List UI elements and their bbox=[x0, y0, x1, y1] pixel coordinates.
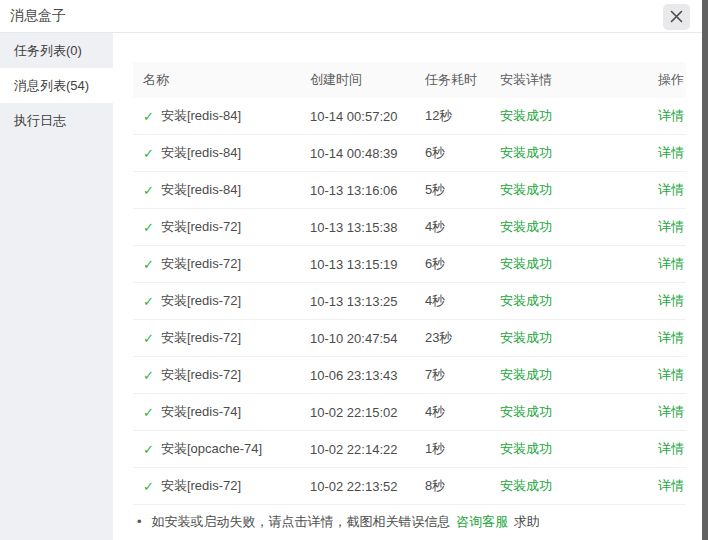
created-time: 10-14 00:57:20 bbox=[300, 109, 415, 124]
table-row: ✓ 安装[redis-74] 10-02 22:15:02 4秒 安装成功 详情 bbox=[133, 394, 686, 431]
dialog-titlebar: 消息盒子 bbox=[0, 0, 702, 33]
task-duration: 5秒 bbox=[415, 181, 490, 199]
table-row: ✓ 安装[redis-72] 10-13 13:13:25 4秒 安装成功 详情 bbox=[133, 283, 686, 320]
created-time: 10-13 13:15:19 bbox=[300, 257, 415, 272]
created-time: 10-02 22:13:52 bbox=[300, 479, 415, 494]
dialog-title: 消息盒子 bbox=[10, 7, 66, 25]
task-duration: 6秒 bbox=[415, 255, 490, 273]
table-header: 名称 创建时间 任务耗时 安装详情 操作 bbox=[133, 62, 686, 98]
details-link[interactable]: 详情 bbox=[658, 478, 684, 493]
success-check-icon: ✓ bbox=[143, 109, 154, 124]
table-row: ✓ 安装[redis-84] 10-14 00:57:20 12秒 安装成功 详… bbox=[133, 98, 686, 135]
success-check-icon: ✓ bbox=[143, 331, 154, 346]
created-time: 10-13 13:15:38 bbox=[300, 220, 415, 235]
task-name: 安装[redis-74] bbox=[161, 403, 241, 421]
install-status: 安装成功 bbox=[500, 478, 552, 493]
success-check-icon: ✓ bbox=[143, 479, 154, 494]
install-status: 安装成功 bbox=[500, 330, 552, 345]
task-name: 安装[redis-84] bbox=[161, 144, 241, 162]
task-duration: 6秒 bbox=[415, 144, 490, 162]
task-duration: 4秒 bbox=[415, 292, 490, 310]
dialog-body: 任务列表(0) 消息列表(54) 执行日志 名称 创建时间 任务耗时 安装详情 … bbox=[0, 33, 702, 540]
created-time: 10-14 00:48:39 bbox=[300, 146, 415, 161]
details-link[interactable]: 详情 bbox=[658, 182, 684, 197]
install-status: 安装成功 bbox=[500, 219, 552, 234]
created-time: 10-02 22:14:22 bbox=[300, 442, 415, 457]
table-row: ✓ 安装[redis-72] 10-13 13:15:38 4秒 安装成功 详情 bbox=[133, 209, 686, 246]
sidebar-item-exec-log[interactable]: 执行日志 bbox=[0, 103, 113, 138]
install-status: 安装成功 bbox=[500, 293, 552, 308]
table-row: ✓ 安装[redis-72] 10-10 20:47:54 23秒 安装成功 详… bbox=[133, 320, 686, 357]
details-link[interactable]: 详情 bbox=[658, 404, 684, 419]
details-link[interactable]: 详情 bbox=[658, 219, 684, 234]
col-header-action: 操作 bbox=[600, 71, 686, 89]
created-time: 10-06 23:13:43 bbox=[300, 368, 415, 383]
task-duration: 4秒 bbox=[415, 218, 490, 236]
footer-text: 如安装或启动失败，请点击详情，截图相关错误信息 bbox=[152, 514, 451, 529]
install-status: 安装成功 bbox=[500, 404, 552, 419]
close-button[interactable] bbox=[663, 4, 690, 30]
success-check-icon: ✓ bbox=[143, 405, 154, 420]
created-time: 10-10 20:47:54 bbox=[300, 331, 415, 346]
dialog-window: 消息盒子 任务列表(0) 消息列表(54) 执行日志 名称 创建时间 任务耗时 … bbox=[0, 0, 702, 540]
task-name: 安装[opcache-74] bbox=[161, 440, 262, 458]
col-header-status: 安装详情 bbox=[490, 71, 600, 89]
col-header-created: 创建时间 bbox=[300, 71, 415, 89]
footer-suffix: 求助 bbox=[514, 514, 540, 529]
sidebar-item-message-list[interactable]: 消息列表(54) bbox=[0, 68, 113, 103]
install-status: 安装成功 bbox=[500, 441, 552, 456]
close-icon bbox=[670, 10, 683, 23]
task-name: 安装[redis-72] bbox=[161, 477, 241, 495]
task-duration: 4秒 bbox=[415, 403, 490, 421]
success-check-icon: ✓ bbox=[143, 294, 154, 309]
task-name: 安装[redis-72] bbox=[161, 255, 241, 273]
details-link[interactable]: 详情 bbox=[658, 330, 684, 345]
success-check-icon: ✓ bbox=[143, 183, 154, 198]
details-link[interactable]: 详情 bbox=[658, 256, 684, 271]
install-status: 安装成功 bbox=[500, 182, 552, 197]
success-check-icon: ✓ bbox=[143, 368, 154, 383]
install-status: 安装成功 bbox=[500, 256, 552, 271]
task-name: 安装[redis-72] bbox=[161, 329, 241, 347]
task-duration: 8秒 bbox=[415, 477, 490, 495]
install-status: 安装成功 bbox=[500, 145, 552, 160]
table-row: ✓ 安装[redis-84] 10-13 13:16:06 5秒 安装成功 详情 bbox=[133, 172, 686, 209]
details-link[interactable]: 详情 bbox=[658, 108, 684, 123]
task-duration: 7秒 bbox=[415, 366, 490, 384]
created-time: 10-13 13:13:25 bbox=[300, 294, 415, 309]
success-check-icon: ✓ bbox=[143, 220, 154, 235]
success-check-icon: ✓ bbox=[143, 146, 154, 161]
success-check-icon: ✓ bbox=[143, 442, 154, 457]
table-row: ✓ 安装[opcache-74] 10-02 22:14:22 1秒 安装成功 … bbox=[133, 431, 686, 468]
task-name: 安装[redis-72] bbox=[161, 366, 241, 384]
main-content: 名称 创建时间 任务耗时 安装详情 操作 ✓ 安装[redis-84] 10-1… bbox=[113, 33, 702, 540]
task-name: 安装[redis-72] bbox=[161, 218, 241, 236]
created-time: 10-02 22:15:02 bbox=[300, 405, 415, 420]
sidebar-item-task-list[interactable]: 任务列表(0) bbox=[0, 33, 113, 68]
page-edge-strip bbox=[702, 0, 708, 540]
install-status: 安装成功 bbox=[500, 367, 552, 382]
task-name: 安装[redis-84] bbox=[161, 181, 241, 199]
table-row: ✓ 安装[redis-72] 10-13 13:15:19 6秒 安装成功 详情 bbox=[133, 246, 686, 283]
install-status: 安装成功 bbox=[500, 108, 552, 123]
col-header-duration: 任务耗时 bbox=[415, 71, 490, 89]
col-header-name: 名称 bbox=[133, 71, 300, 89]
message-box-dialog: 消息盒子 任务列表(0) 消息列表(54) 执行日志 名称 创建时间 任务耗时 … bbox=[0, 0, 708, 540]
bullet-icon: • bbox=[137, 514, 142, 529]
task-name: 安装[redis-84] bbox=[161, 107, 241, 125]
details-link[interactable]: 详情 bbox=[658, 293, 684, 308]
task-name: 安装[redis-72] bbox=[161, 292, 241, 310]
contact-support-link[interactable]: 咨询客服 bbox=[456, 514, 508, 529]
details-link[interactable]: 详情 bbox=[658, 145, 684, 160]
task-duration: 1秒 bbox=[415, 440, 490, 458]
table-body: ✓ 安装[redis-84] 10-14 00:57:20 12秒 安装成功 详… bbox=[133, 98, 686, 505]
details-link[interactable]: 详情 bbox=[658, 441, 684, 456]
task-duration: 12秒 bbox=[415, 107, 490, 125]
table-row: ✓ 安装[redis-84] 10-14 00:48:39 6秒 安装成功 详情 bbox=[133, 135, 686, 172]
table-row: ✓ 安装[redis-72] 10-02 22:13:52 8秒 安装成功 详情 bbox=[133, 468, 686, 505]
details-link[interactable]: 详情 bbox=[658, 367, 684, 382]
task-duration: 23秒 bbox=[415, 329, 490, 347]
sidebar: 任务列表(0) 消息列表(54) 执行日志 bbox=[0, 33, 113, 540]
success-check-icon: ✓ bbox=[143, 257, 154, 272]
table-row: ✓ 安装[redis-72] 10-06 23:13:43 7秒 安装成功 详情 bbox=[133, 357, 686, 394]
